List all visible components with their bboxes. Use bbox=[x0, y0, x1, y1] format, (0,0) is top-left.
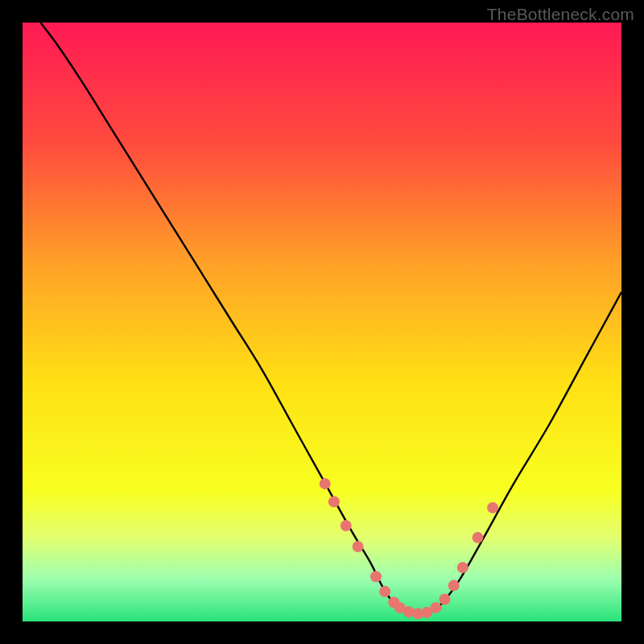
bottleneck-chart bbox=[23, 23, 621, 621]
highlight-dot bbox=[430, 602, 441, 613]
highlight-dot bbox=[320, 478, 331, 489]
highlight-dot bbox=[353, 541, 364, 552]
highlight-dot bbox=[440, 593, 451, 605]
chart-frame bbox=[23, 23, 621, 621]
gradient-background bbox=[23, 23, 621, 621]
watermark-text: TheBottleneck.com bbox=[487, 5, 634, 24]
highlight-dot bbox=[328, 496, 340, 507]
highlight-dot bbox=[448, 580, 460, 591]
highlight-dot bbox=[457, 562, 469, 573]
highlight-dot bbox=[472, 532, 483, 543]
highlight-dot bbox=[379, 586, 390, 597]
highlight-dot bbox=[341, 520, 352, 531]
highlight-dot bbox=[487, 502, 498, 514]
highlight-dot bbox=[370, 571, 382, 582]
